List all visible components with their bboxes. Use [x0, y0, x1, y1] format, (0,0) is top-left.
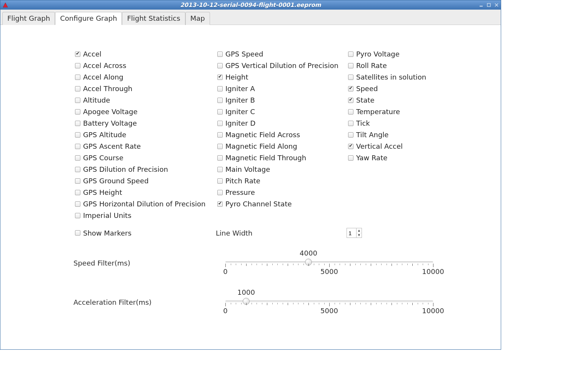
- checkbox-input[interactable]: [348, 75, 353, 80]
- checkbox-pressure[interactable]: Pressure: [216, 188, 347, 196]
- checkbox-input[interactable]: [348, 109, 353, 115]
- checkbox-pyro-channel-state[interactable]: Pyro Channel State: [216, 200, 347, 208]
- checkbox-label: Temperature: [356, 108, 400, 116]
- checkbox-magnetic-field-along[interactable]: Magnetic Field Along: [216, 142, 347, 150]
- checkbox-accel-along[interactable]: Accel Along: [73, 73, 216, 81]
- checkbox-input[interactable]: [348, 51, 353, 57]
- spinner-down-icon[interactable]: ▼: [357, 233, 362, 238]
- checkbox-gps-speed[interactable]: GPS Speed: [216, 50, 347, 58]
- checkbox-input[interactable]: [75, 109, 80, 115]
- checkbox-gps-vertical-dilution-of-precision[interactable]: GPS Vertical Dilution of Precision: [216, 61, 347, 70]
- line-width-input[interactable]: [347, 228, 356, 238]
- tab-map[interactable]: Map: [185, 12, 210, 25]
- checkbox-input[interactable]: [217, 98, 223, 103]
- checkbox-input[interactable]: [348, 132, 353, 138]
- checkbox-temperature[interactable]: Temperature: [347, 108, 462, 116]
- checkbox-magnetic-field-across[interactable]: Magnetic Field Across: [216, 131, 347, 139]
- checkbox-speed[interactable]: Speed: [347, 85, 462, 93]
- checkbox-input[interactable]: [75, 86, 80, 91]
- checkbox-pitch-rate[interactable]: Pitch Rate: [216, 177, 347, 185]
- checkbox-input[interactable]: [75, 51, 80, 57]
- checkbox-input[interactable]: [217, 190, 223, 195]
- checkbox-input[interactable]: [217, 75, 223, 80]
- checkbox-input[interactable]: [217, 51, 223, 57]
- checkbox-input[interactable]: [75, 190, 80, 195]
- checkbox-input[interactable]: [217, 178, 223, 184]
- close-button[interactable]: [494, 2, 499, 8]
- checkbox-input[interactable]: [217, 121, 223, 126]
- checkbox-pyro-voltage[interactable]: Pyro Voltage: [347, 50, 462, 58]
- checkbox-imperial-units[interactable]: Imperial Units: [73, 211, 216, 219]
- checkbox-gps-height[interactable]: GPS Height: [73, 188, 216, 196]
- checkbox-input[interactable]: [217, 155, 223, 161]
- checkbox-gps-ground-speed[interactable]: GPS Ground Speed: [73, 177, 216, 185]
- checkbox-gps-ascent-rate[interactable]: GPS Ascent Rate: [73, 142, 216, 150]
- checkbox-accel-through[interactable]: Accel Through: [73, 85, 216, 93]
- checkbox-state[interactable]: State: [347, 96, 462, 104]
- accel-filter-label: Acceleration Filter(ms): [73, 298, 225, 306]
- tab-flight-statistics[interactable]: Flight Statistics: [122, 12, 185, 25]
- speed-filter-slider[interactable]: 4000 0 5000 10000: [225, 251, 433, 274]
- accel-filter-slider[interactable]: 1000 0 5000 10000: [225, 291, 433, 314]
- window-title: 2013-10-12-serial-0094-flight-0001.eepro…: [0, 2, 501, 8]
- checkbox-magnetic-field-through[interactable]: Magnetic Field Through: [216, 154, 347, 162]
- checkbox-input[interactable]: [75, 121, 80, 126]
- checkbox-igniter-a[interactable]: Igniter A: [216, 85, 347, 93]
- checkbox-input[interactable]: [75, 167, 80, 172]
- checkbox-vertical-accel[interactable]: Vertical Accel: [347, 142, 462, 150]
- checkbox-input[interactable]: [217, 167, 223, 172]
- checkbox-main-voltage[interactable]: Main Voltage: [216, 165, 347, 173]
- checkbox-label: GPS Ground Speed: [83, 177, 148, 185]
- checkbox-input[interactable]: [217, 144, 223, 149]
- checkbox-igniter-c[interactable]: Igniter C: [216, 108, 347, 116]
- checkbox-input[interactable]: [75, 75, 80, 80]
- show-markers-checkbox[interactable]: Show Markers: [73, 229, 216, 237]
- checkbox-igniter-d[interactable]: Igniter D: [216, 119, 347, 127]
- checkbox-battery-voltage[interactable]: Battery Voltage: [73, 119, 216, 127]
- checkbox-input[interactable]: [75, 201, 80, 207]
- checkbox-gps-altitude[interactable]: GPS Altitude: [73, 131, 216, 139]
- checkbox-input[interactable]: [348, 144, 353, 149]
- slider-tick-label: 10000: [422, 307, 444, 315]
- checkbox-altitude[interactable]: Altitude: [73, 96, 216, 104]
- minimize-button[interactable]: [478, 2, 484, 8]
- checkbox-input[interactable]: [348, 121, 353, 126]
- checkbox-tilt-angle[interactable]: Tilt Angle: [347, 131, 462, 139]
- checkbox-input[interactable]: [75, 63, 80, 68]
- checkbox-input[interactable]: [217, 86, 223, 91]
- tab-flight-graph[interactable]: Flight Graph: [2, 12, 55, 25]
- tab-configure-graph[interactable]: Configure Graph: [55, 12, 122, 25]
- show-markers-input[interactable]: [75, 230, 80, 236]
- checkbox-input[interactable]: [348, 155, 353, 161]
- spinner-up-icon[interactable]: ▲: [357, 228, 362, 233]
- checkbox-input[interactable]: [217, 201, 223, 207]
- checkbox-input[interactable]: [75, 132, 80, 138]
- checkbox-label: Accel Along: [83, 73, 123, 81]
- checkbox-gps-dilution-of-precision[interactable]: GPS Dilution of Precision: [73, 165, 216, 173]
- checkbox-accel-across[interactable]: Accel Across: [73, 61, 216, 70]
- checkbox-input[interactable]: [217, 63, 223, 68]
- checkbox-input[interactable]: [217, 109, 223, 115]
- checkbox-input[interactable]: [348, 86, 353, 91]
- checkbox-yaw-rate[interactable]: Yaw Rate: [347, 154, 462, 162]
- line-width-label: Line Width: [216, 229, 347, 237]
- checkbox-tick[interactable]: Tick: [347, 119, 462, 127]
- checkbox-satellites-in-solution[interactable]: Satellites in solution: [347, 73, 462, 81]
- checkbox-height[interactable]: Height: [216, 73, 347, 81]
- checkbox-input[interactable]: [75, 98, 80, 103]
- maximize-button[interactable]: [486, 2, 492, 8]
- line-width-spinner[interactable]: ▲ ▼: [347, 228, 362, 238]
- checkbox-igniter-b[interactable]: Igniter B: [216, 96, 347, 104]
- checkbox-input[interactable]: [348, 63, 353, 68]
- checkbox-roll-rate[interactable]: Roll Rate: [347, 61, 462, 70]
- checkbox-gps-course[interactable]: GPS Course: [73, 154, 216, 162]
- checkbox-input[interactable]: [348, 98, 353, 103]
- checkbox-input[interactable]: [75, 155, 80, 161]
- checkbox-input[interactable]: [75, 178, 80, 184]
- checkbox-gps-horizontal-dilution-of-precision[interactable]: GPS Horizontal Dilution of Precision: [73, 200, 216, 208]
- checkbox-apogee-voltage[interactable]: Apogee Voltage: [73, 108, 216, 116]
- checkbox-input[interactable]: [217, 132, 223, 138]
- checkbox-input[interactable]: [75, 144, 80, 149]
- checkbox-input[interactable]: [75, 213, 80, 218]
- checkbox-accel[interactable]: Accel: [73, 50, 216, 58]
